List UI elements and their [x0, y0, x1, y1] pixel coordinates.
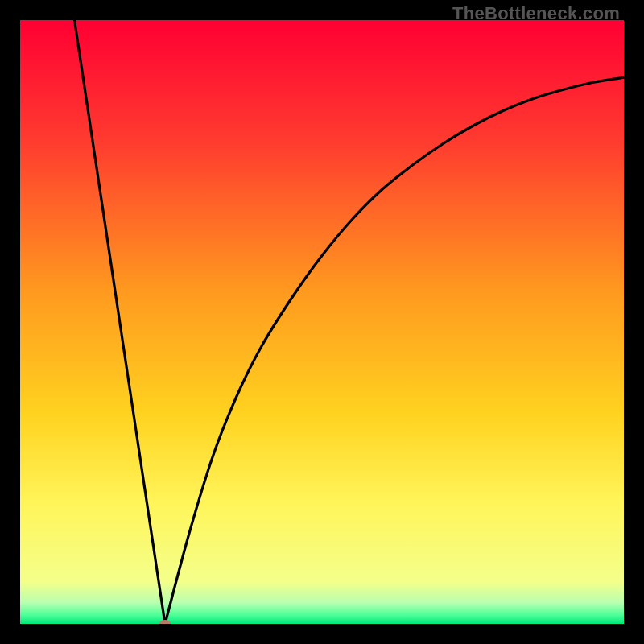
chart-frame: [20, 20, 624, 624]
gradient-background: [20, 20, 624, 624]
watermark-text: TheBottleneck.com: [452, 3, 620, 24]
bottleneck-chart: [20, 20, 624, 624]
